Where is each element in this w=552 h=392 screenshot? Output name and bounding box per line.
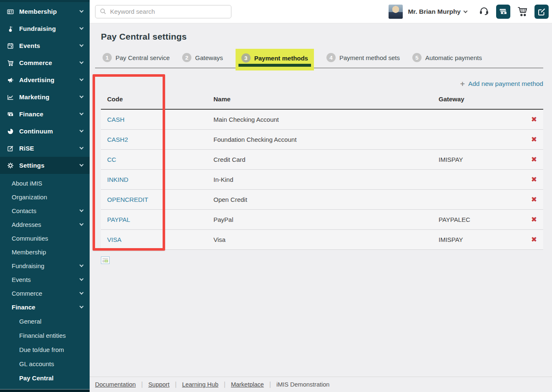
sidebar-item-commerce[interactable]: Commerce xyxy=(0,54,90,71)
sidebar-sublabel: Communities xyxy=(12,235,83,242)
sidebar-item-contacts[interactable]: Contacts xyxy=(0,204,90,218)
sidebar-item-continuum[interactable]: Continuum xyxy=(0,123,90,140)
payment-method-code-link[interactable]: INKIND xyxy=(107,176,128,183)
payment-method-gateway xyxy=(432,170,520,190)
payment-method-code-link[interactable]: CASH xyxy=(107,116,125,123)
footer-link-learning-hub[interactable]: Learning Hub xyxy=(182,381,218,388)
footer-separator: | xyxy=(175,381,176,388)
payment-method-name: Foundation Checking Account xyxy=(207,130,432,150)
payment-method-gateway: PAYPALEC xyxy=(432,210,520,230)
chevron-down-icon xyxy=(80,60,84,64)
sidebar-item-rise[interactable]: RiSE xyxy=(0,140,90,157)
finance-cash-button[interactable] xyxy=(496,5,510,19)
add-new-payment-method-link[interactable]: + Add new payment method xyxy=(460,80,543,88)
sidebar-item-organization[interactable]: Organization xyxy=(0,190,90,204)
payment-methods-table: Code Name Gateway CASH Main Checking Acc… xyxy=(101,90,543,250)
delete-x-icon[interactable]: ✖ xyxy=(531,116,537,123)
payment-method-code-link[interactable]: OPENCREDIT xyxy=(107,196,148,203)
sidebar-item-general[interactable]: General xyxy=(0,314,90,328)
sidebar-item-events[interactable]: Events xyxy=(0,37,90,54)
search-box[interactable] xyxy=(95,5,231,18)
avatar[interactable] xyxy=(389,5,403,19)
sidebar-bottom-divider xyxy=(0,389,90,392)
sidebar-item-advertising[interactable]: Advertising xyxy=(0,71,90,88)
chevron-down-icon xyxy=(80,263,84,267)
delete-x-icon[interactable]: ✖ xyxy=(531,176,537,183)
delete-x-icon[interactable]: ✖ xyxy=(531,216,537,224)
payment-method-name: Visa xyxy=(207,230,432,250)
payment-method-code-link[interactable]: CC xyxy=(107,156,116,163)
payment-method-gateway xyxy=(432,190,520,210)
cash-stack-icon xyxy=(499,8,507,15)
sidebar-item-fundraising-settings[interactable]: Fundraising xyxy=(0,259,90,273)
sidebar-label: Membership xyxy=(19,8,80,15)
column-header-name: Name xyxy=(207,90,432,109)
delete-x-icon[interactable]: ✖ xyxy=(531,196,537,204)
payment-method-code-link[interactable]: PAYPAL xyxy=(107,216,130,223)
chevron-down-icon xyxy=(80,26,84,30)
sidebar-sublabel: Organization xyxy=(12,193,83,201)
sidebar-sublabel: Membership xyxy=(12,249,83,256)
chevron-down-icon xyxy=(80,291,84,295)
tab-automatic-payments[interactable]: 5 Automatic payments xyxy=(412,48,482,68)
payment-method-gateway: IMISPAY xyxy=(432,230,520,250)
sidebar-label: Finance xyxy=(19,111,80,118)
support-headset-button[interactable] xyxy=(477,5,491,19)
payment-method-name: Open Credit xyxy=(207,190,432,210)
cart-button[interactable] xyxy=(515,5,529,19)
user-menu[interactable]: Mr. Brian Murphy xyxy=(408,8,467,15)
sidebar-item-communities[interactable]: Communities xyxy=(0,231,90,245)
sidebar-item-about-imis[interactable]: About iMIS xyxy=(0,176,90,190)
sidebar-item-gl-accounts[interactable]: GL accounts xyxy=(0,357,90,371)
sidebar-item-due-to-due-from[interactable]: Due to/due from xyxy=(0,342,90,357)
pie-chart-icon xyxy=(7,128,15,135)
chevron-down-icon xyxy=(80,43,84,47)
sidebar-item-addresses[interactable]: Addresses xyxy=(0,218,90,231)
megaphone-icon xyxy=(7,76,15,83)
delete-x-icon[interactable]: ✖ xyxy=(531,156,537,163)
sidebar-item-marketing[interactable]: Marketing xyxy=(0,88,90,106)
thermometer-icon xyxy=(7,25,15,32)
sidebar-sublabel: GL accounts xyxy=(19,360,83,367)
tab-pay-central-service[interactable]: 1 Pay Central service xyxy=(103,48,170,68)
sidebar-item-commerce-settings[interactable]: Commerce xyxy=(0,286,90,300)
sidebar-item-events-settings[interactable]: Events xyxy=(0,273,90,286)
sidebar-item-finance-settings[interactable]: Finance xyxy=(0,300,90,314)
sidebar-item-membership-settings[interactable]: Membership xyxy=(0,245,90,259)
payment-method-code-link[interactable]: CASH2 xyxy=(107,136,128,143)
topbar: Mr. Brian Murphy xyxy=(90,0,552,23)
sidebar-sublabel: Finance xyxy=(12,304,80,311)
tab-label: Payment method sets xyxy=(339,54,400,61)
tab-payment-methods[interactable]: 3 Payment methods xyxy=(236,49,314,70)
tab-payment-method-sets[interactable]: 4 Payment method sets xyxy=(326,48,400,68)
tab-gateways[interactable]: 2 Gateways xyxy=(182,48,223,68)
sidebar-item-fundraising[interactable]: Fundraising xyxy=(0,20,90,37)
payment-method-code-link[interactable]: VISA xyxy=(107,236,121,243)
sidebar-item-membership[interactable]: Membership xyxy=(0,3,90,20)
compose-button[interactable] xyxy=(534,5,549,19)
payment-method-name: PayPal xyxy=(207,210,432,230)
footer-link-documentation[interactable]: Documentation xyxy=(95,381,136,388)
chevron-down-icon xyxy=(80,208,84,212)
sidebar-item-settings[interactable]: Settings xyxy=(0,157,90,174)
banknotes-icon xyxy=(7,111,15,118)
sidebar-sublabel: Due to/due from xyxy=(19,346,83,353)
membership-card-icon xyxy=(7,8,15,15)
chevron-down-icon xyxy=(80,94,84,98)
tab-label: Pay Central service xyxy=(115,54,170,61)
column-header-gateway: Gateway xyxy=(432,90,520,109)
footer-link-marketplace[interactable]: Marketplace xyxy=(231,381,264,388)
sidebar-item-financial-entities[interactable]: Financial entities xyxy=(0,328,90,342)
export-grid-icon[interactable] xyxy=(101,256,110,264)
sidebar-item-pay-central[interactable]: Pay Central xyxy=(0,371,90,385)
chevron-down-icon xyxy=(464,9,468,13)
search-input[interactable] xyxy=(110,8,227,15)
payment-method-name: In-Kind xyxy=(207,170,432,190)
payment-method-gateway xyxy=(432,109,520,130)
sidebar-sublabel: Contacts xyxy=(12,207,80,214)
sidebar-item-finance[interactable]: Finance xyxy=(0,106,90,123)
table-row: PAYPAL PayPal PAYPALEC ✖ xyxy=(101,210,543,230)
delete-x-icon[interactable]: ✖ xyxy=(531,136,537,143)
delete-x-icon[interactable]: ✖ xyxy=(531,236,537,244)
footer-link-support[interactable]: Support xyxy=(148,381,170,388)
